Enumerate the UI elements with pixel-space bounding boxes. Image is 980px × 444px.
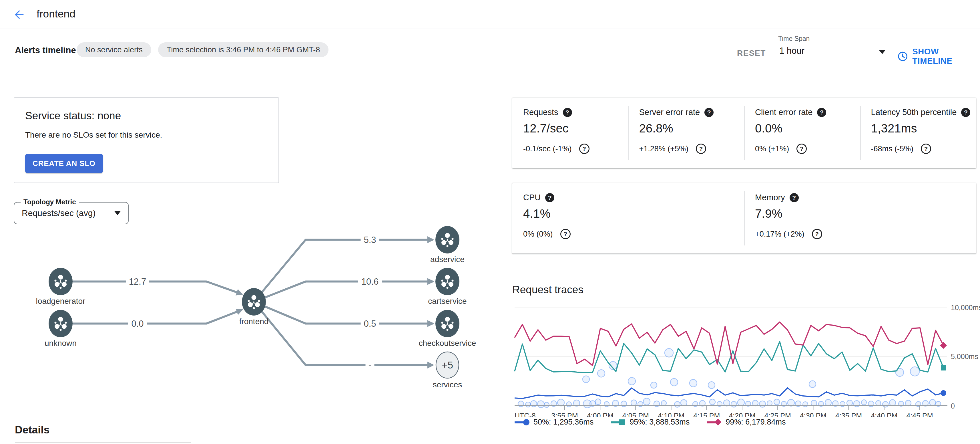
trace-dot[interactable] xyxy=(538,401,544,408)
clock-icon xyxy=(897,51,908,62)
trace-dot[interactable] xyxy=(681,400,687,406)
legend-item-50pct[interactable]: 50%: 1,295.36ms xyxy=(515,418,593,426)
x-axis-tick-label: 4:45 PM xyxy=(906,412,933,417)
help-icon[interactable]: ? xyxy=(790,193,799,202)
topology-node-adservice[interactable]: adservice xyxy=(430,226,465,264)
metric-label: Server error rate xyxy=(639,107,700,117)
topology-node-loadgenerator[interactable]: loadgenerator xyxy=(36,268,86,305)
trace-dot[interactable] xyxy=(929,399,936,406)
back-arrow-icon[interactable] xyxy=(13,8,26,21)
trace-dot[interactable] xyxy=(675,402,680,407)
metric-delta: +0.17% (+2%) xyxy=(755,230,805,239)
trace-dot[interactable] xyxy=(595,399,601,404)
topology-edge-loadgenerator-frontend[interactable] xyxy=(73,281,242,294)
legend-item-95pct[interactable]: 95%: 3,888.53ms xyxy=(611,418,690,426)
trace-dot[interactable] xyxy=(731,401,737,407)
series-end-marker xyxy=(940,390,946,396)
topology-metric-select[interactable]: Topology Metric Requests/sec (avg) xyxy=(14,202,129,224)
trace-dot[interactable] xyxy=(661,401,667,406)
trace-dot[interactable] xyxy=(910,367,920,376)
trace-dot[interactable] xyxy=(883,401,888,407)
legend-item-99pct[interactable]: 99%: 6,179.84ms xyxy=(707,418,786,426)
y-axis-label: 5,000ms xyxy=(951,353,978,361)
trace-dot[interactable] xyxy=(690,379,697,387)
help-icon[interactable]: ? xyxy=(563,108,572,117)
x-axis-tick-label: 4:15 PM xyxy=(693,412,720,417)
legend-label: 50%: 1,295.36ms xyxy=(533,418,593,426)
metric-card-server-error-rate: Server error rate? 26.8% +1.28% (+5%)? xyxy=(628,98,745,168)
trace-dot[interactable] xyxy=(525,402,531,407)
time-span-value: 1 hour xyxy=(779,46,805,56)
x-axis-tick-label: UTC-8 xyxy=(515,412,536,417)
topology-edge-frontend-checkoutservice[interactable] xyxy=(254,302,433,324)
help-icon[interactable]: ? xyxy=(797,144,807,154)
metric-value: 0.0% xyxy=(755,121,860,135)
request-traces-chart[interactable]: UTC-83:55 PM4:00 PM4:05 PM4:10 PM4:15 PM… xyxy=(512,300,980,417)
help-icon[interactable]: ? xyxy=(812,229,822,239)
trace-dot[interactable] xyxy=(670,379,678,386)
trace-dot[interactable] xyxy=(582,376,590,383)
metric-card-cpu: CPU? 4.1% 0% (0%)? xyxy=(512,183,744,254)
topology-edge-unknown-frontend[interactable] xyxy=(73,310,242,324)
topology-node-cartservice[interactable]: cartservice xyxy=(428,268,466,305)
trace-dot[interactable] xyxy=(847,400,853,406)
trace-dot[interactable] xyxy=(708,382,715,388)
topology-node-label: loadgenerator xyxy=(36,297,86,305)
details-title: Details xyxy=(15,424,49,436)
trace-dot[interactable] xyxy=(889,400,896,406)
legend-label: 95%: 3,888.53ms xyxy=(630,418,690,426)
series-end-marker xyxy=(941,365,946,371)
time-span-select[interactable]: Time Span 1 hour xyxy=(778,35,890,61)
series-line-50%[interactable] xyxy=(515,388,943,399)
trace-dot[interactable] xyxy=(544,402,549,407)
trace-dot[interactable] xyxy=(738,399,745,406)
reset-button[interactable]: RESET xyxy=(737,49,766,58)
topology-node-checkoutservice[interactable]: checkoutservice xyxy=(419,310,476,348)
help-icon[interactable]: ? xyxy=(560,229,571,239)
metric-delta: -68ms (-5%) xyxy=(871,144,914,153)
trace-dot[interactable] xyxy=(665,348,673,357)
help-icon[interactable]: ? xyxy=(961,108,970,117)
trace-dot[interactable] xyxy=(710,399,715,405)
help-icon[interactable]: ? xyxy=(696,144,706,154)
metric-delta: 0% (0%) xyxy=(523,230,553,239)
topology-graph[interactable]: 12.70.05.310.60.5-loadgeneratorunknownfr… xyxy=(11,224,492,404)
trace-dot[interactable] xyxy=(825,399,831,406)
alerts-chips: No service alertsTime selection is 3:46 … xyxy=(76,42,328,57)
request-traces-title: Request traces xyxy=(512,284,584,296)
help-icon[interactable]: ? xyxy=(579,144,590,154)
trace-dot[interactable] xyxy=(809,381,816,388)
topology-edge-frontend-cartservice[interactable] xyxy=(254,281,433,302)
trace-dot[interactable] xyxy=(651,382,657,388)
topology-node-services[interactable]: +5services xyxy=(433,352,462,389)
trace-dot[interactable] xyxy=(628,378,635,385)
help-icon[interactable]: ? xyxy=(921,144,931,154)
chevron-down-icon xyxy=(879,50,886,54)
x-axis-tick-label: 4:10 PM xyxy=(658,412,684,417)
topology-node-label: frontend xyxy=(239,317,269,326)
topology-node-label: checkoutservice xyxy=(419,339,476,348)
topology-edge-frontend-services[interactable] xyxy=(254,302,433,365)
series-line-99%[interactable] xyxy=(515,322,943,366)
topology-node-label: services xyxy=(433,380,462,389)
metric-label: Requests xyxy=(523,107,558,117)
help-icon[interactable]: ? xyxy=(545,193,554,202)
trace-dot[interactable] xyxy=(861,400,867,405)
trace-dot[interactable] xyxy=(643,398,650,405)
help-icon[interactable]: ? xyxy=(817,108,826,117)
trace-dot[interactable] xyxy=(631,400,636,406)
create-slo-button[interactable]: CREATE AN SLO xyxy=(25,154,103,173)
trace-dot[interactable] xyxy=(557,399,564,406)
trace-dot[interactable] xyxy=(774,399,780,405)
edge-value-label: 12.7 xyxy=(129,276,146,287)
topology-edge-frontend-adservice[interactable] xyxy=(254,240,433,302)
show-timeline-button[interactable]: SHOW TIMELINE xyxy=(897,47,980,66)
trace-dot[interactable] xyxy=(598,370,605,377)
topology-node-frontend[interactable]: frontend xyxy=(239,288,269,326)
help-icon[interactable]: ? xyxy=(705,108,714,117)
show-timeline-label: SHOW TIMELINE xyxy=(912,47,980,66)
metric-label: Memory xyxy=(755,193,785,202)
trace-dot[interactable] xyxy=(759,401,765,407)
trace-dot[interactable] xyxy=(876,401,881,406)
topology-node-unknown[interactable]: unknown xyxy=(45,310,76,348)
